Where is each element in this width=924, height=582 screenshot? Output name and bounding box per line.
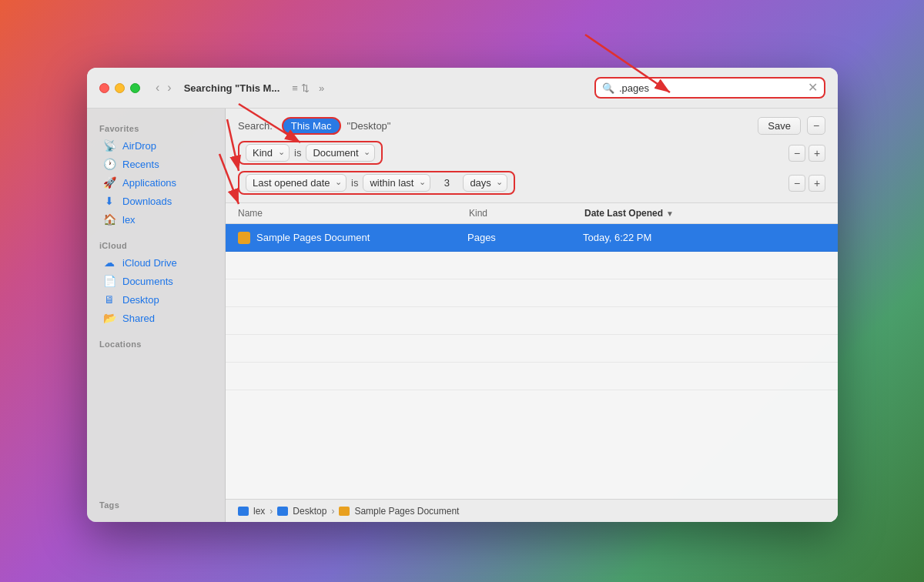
view-controls: ≡ ⇅ [292,82,310,94]
save-button[interactable]: Save [758,117,801,135]
sidebar-item-lex[interactable]: 🏠 lex [90,210,222,229]
sidebar-item-documents-label: Documents [122,276,173,287]
filter1-actions: − + [788,145,825,162]
sidebar-item-desktop[interactable]: 🖥 Desktop [90,290,222,309]
date-unit-select[interactable]: days [463,174,507,192]
breadcrumb-doc: Sample Pages Document [354,506,459,517]
date-filter-outline: Last opened date is within last [238,171,515,195]
date-filter-row: Last opened date is within last [238,171,825,195]
title-bar: ‹ › Searching "This M... ≡ ⇅ » 🔍 ✕ [87,68,838,109]
date-qualifier-select[interactable]: within last [363,174,430,192]
kind-field-select[interactable]: Kind [246,144,290,162]
date-number-input[interactable] [435,177,458,189]
nav-buttons: ‹ › [152,79,175,96]
breadcrumb-sep-1: › [270,506,273,517]
search-icon: 🔍 [602,82,614,94]
kind-value-wrapper: Document [306,144,375,162]
desktop-icon: 🖥 [102,293,116,306]
finder-window: ‹ › Searching "This M... ≡ ⇅ » 🔍 ✕ Favor… [87,68,838,522]
search-input[interactable] [619,82,803,94]
sidebar-item-desktop-label: Desktop [122,294,159,306]
column-kind: Kind [469,208,584,219]
sidebar-item-applications-label: Applications [122,177,176,189]
status-bar: lex › Desktop › Sample Pages Document [226,499,838,522]
file-date: Today, 6:22 PM [583,232,825,243]
date-field-wrapper: Last opened date [246,174,346,192]
search-scope-row: Search: This Mac "Desktop" Save − [238,116,825,135]
filter2-add-button[interactable]: + [808,175,825,192]
kind-filter-outline: Kind is Document [238,141,383,165]
file-list: Name Kind Date Last Opened ▼ Sample Page… [226,203,838,499]
list-view-icon[interactable]: ≡ [292,82,298,94]
filter1-add-button[interactable]: + [808,145,825,162]
arrange-icon[interactable]: ⇅ [301,82,310,94]
kind-value-select[interactable]: Document [306,144,375,162]
filters-bar: Search: This Mac "Desktop" Save − Kind [226,109,838,203]
airdrop-icon: 📡 [102,139,116,152]
back-button[interactable]: ‹ [152,79,162,96]
file-row[interactable]: Sample Pages Document Pages Today, 6:22 … [226,224,838,252]
kind-is-label: is [294,147,301,159]
sidebar: Favorites 📡 AirDrop 🕐 Recents 🚀 Applicat… [87,109,226,522]
icloud-label: iCloud [87,235,225,253]
sidebar-item-applications[interactable]: 🚀 Applications [90,173,222,192]
home-icon: 🏠 [102,213,116,226]
filter2-remove-button[interactable]: − [788,175,805,192]
search-bar: 🔍 ✕ [594,77,825,99]
sidebar-item-icloud-drive-label: iCloud Drive [122,257,177,269]
filter2-actions: − + [788,175,825,192]
file-kind: Pages [467,232,583,243]
main-panel: Search: This Mac "Desktop" Save − Kind [226,109,838,522]
this-mac-scope[interactable]: This Mac [282,117,341,135]
traffic-lights [99,83,140,93]
kind-filter-row: Kind is Document − + [238,141,825,165]
column-date-last-opened[interactable]: Date Last Opened ▼ [584,208,825,219]
breadcrumb-lex: lex [253,506,265,517]
file-name: Sample Pages Document [256,232,467,243]
sort-arrow-icon: ▼ [666,209,674,218]
desktop-scope[interactable]: "Desktop" [347,120,391,132]
sidebar-item-lex-label: lex [122,214,136,226]
breadcrumb-doc-icon [339,507,350,516]
sidebar-item-downloads[interactable]: ⬇ Downloads [90,192,222,210]
empty-row-2 [226,279,838,307]
documents-icon: 📄 [102,275,116,287]
applications-icon: 🚀 [102,176,116,189]
tags-label: Tags [87,494,225,513]
file-list-header: Name Kind Date Last Opened ▼ [226,203,838,224]
pages-file-icon [238,231,250,245]
breadcrumb-lex-icon [238,507,249,516]
date-qualifier-wrapper: within last [363,174,430,192]
more-options-icon[interactable]: » [319,82,324,94]
main-content: Favorites 📡 AirDrop 🕐 Recents 🚀 Applicat… [87,109,838,522]
window-title: Searching "This M... [184,82,280,94]
sidebar-item-airdrop[interactable]: 📡 AirDrop [90,136,222,155]
downloads-icon: ⬇ [102,195,116,207]
date-unit-wrapper: days [463,174,507,192]
sidebar-item-downloads-label: Downloads [122,196,172,207]
empty-row-3 [226,307,838,335]
breadcrumb-desktop: Desktop [293,506,326,517]
close-button[interactable] [99,83,109,93]
sidebar-item-icloud-drive[interactable]: ☁ iCloud Drive [90,253,222,272]
date-is-label: is [351,177,358,189]
kind-field-wrapper: Kind [246,144,290,162]
filter1-remove-button[interactable]: − [788,145,805,162]
locations-label: Locations [87,333,225,352]
empty-row-5 [226,363,838,390]
forward-button[interactable]: › [164,79,174,96]
sidebar-item-recents[interactable]: 🕐 Recents [90,155,222,173]
sidebar-item-recents-label: Recents [122,159,159,170]
breadcrumb-desktop-icon [277,507,288,516]
column-name: Name [238,208,469,219]
empty-row-1 [226,252,838,279]
shared-icon: 📂 [102,312,116,324]
date-field-select[interactable]: Last opened date [246,174,346,192]
sidebar-item-airdrop-label: AirDrop [122,140,156,152]
search-clear-button[interactable]: ✕ [808,82,818,94]
fullscreen-button[interactable] [130,83,140,93]
minimize-button[interactable] [115,83,125,93]
sidebar-item-shared[interactable]: 📂 Shared [90,309,222,327]
sidebar-item-documents[interactable]: 📄 Documents [90,272,222,290]
remove-search-button[interactable]: − [807,116,825,135]
